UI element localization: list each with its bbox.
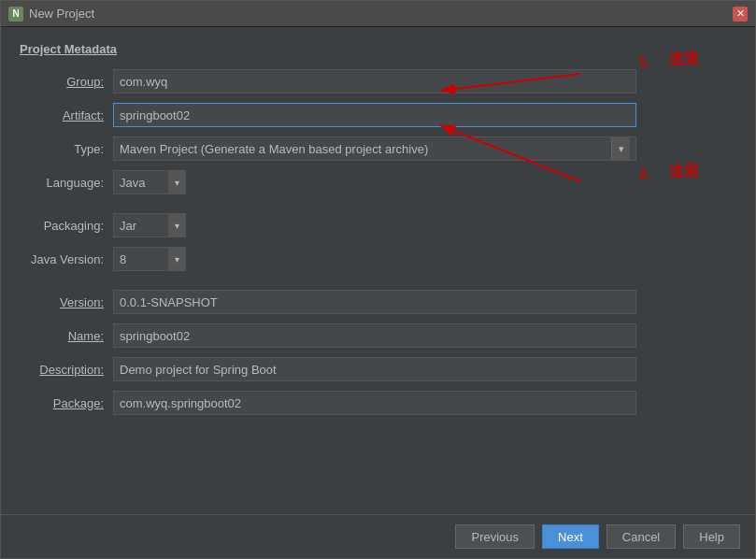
packaging-input: Jar [113, 213, 169, 237]
group-input[interactable] [113, 69, 636, 93]
description-label: Description: [20, 363, 113, 377]
package-label: Package: [20, 396, 113, 410]
help-button[interactable]: Help [683, 524, 740, 549]
type-dropdown-arrow[interactable] [611, 137, 630, 160]
close-button[interactable]: ✕ [733, 7, 748, 22]
packaging-row: Packaging: Jar [20, 213, 736, 237]
type-label: Type: [20, 142, 113, 156]
title-bar: N New Project ✕ [1, 1, 755, 27]
name-row: Name: [20, 323, 736, 348]
version-label: Version: [20, 295, 113, 309]
type-row: Type: Maven Project (Generate a Maven ba… [20, 136, 736, 161]
language-dropdown-arrow[interactable] [169, 170, 186, 194]
description-row: Description: [20, 357, 736, 381]
version-row: Version: [20, 290, 736, 314]
language-label: Language: [20, 176, 113, 190]
dialog-icon: N [8, 7, 23, 22]
version-input[interactable] [113, 290, 636, 314]
package-input[interactable] [113, 391, 636, 415]
artifact-label: Artifact: [20, 108, 113, 122]
next-button[interactable]: Next [542, 524, 599, 549]
name-label: Name: [20, 329, 113, 343]
dialog-content: Project Metadata Group: Artifact: Type: … [1, 27, 755, 514]
java-version-input: 8 [113, 247, 169, 271]
package-row: Package: [20, 391, 736, 415]
new-project-dialog: N New Project ✕ Project Metadata Group: … [0, 0, 756, 559]
description-input[interactable] [113, 357, 636, 381]
name-input[interactable] [113, 323, 636, 348]
dialog-footer: Previous Next Cancel Help [1, 514, 755, 558]
java-version-select[interactable]: 8 [113, 247, 186, 271]
language-input: Java [113, 170, 169, 194]
java-version-row: Java Version: 8 [20, 247, 736, 271]
previous-button[interactable]: Previous [455, 524, 535, 549]
dialog-title: New Project [29, 7, 733, 21]
packaging-dropdown-arrow[interactable] [169, 213, 186, 237]
packaging-select[interactable]: Jar [113, 213, 186, 237]
artifact-row: Artifact: [20, 103, 736, 127]
group-label: Group: [20, 75, 113, 89]
section-title: Project Metadata [20, 42, 736, 56]
language-select[interactable]: Java [113, 170, 186, 194]
cancel-button[interactable]: Cancel [606, 524, 676, 549]
java-version-dropdown-arrow[interactable] [169, 247, 186, 271]
packaging-label: Packaging: [20, 219, 113, 233]
language-row: Language: Java [20, 170, 736, 194]
java-version-label: Java Version: [20, 252, 113, 266]
artifact-input[interactable] [113, 103, 636, 127]
group-row: Group: [20, 69, 736, 93]
type-value: Maven Project (Generate a Maven based pr… [120, 142, 611, 156]
type-dropdown[interactable]: Maven Project (Generate a Maven based pr… [113, 136, 636, 161]
